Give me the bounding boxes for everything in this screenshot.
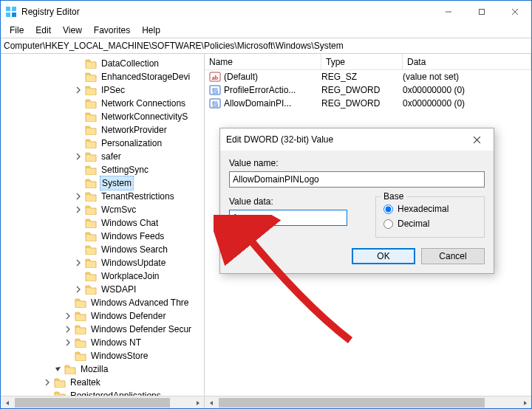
dialog-close-button[interactable] [466, 128, 488, 151]
tree-item-label: IPSec [100, 83, 126, 97]
list-row[interactable]: (Default)REG_SZ(value not set) [205, 70, 531, 83]
address-bar[interactable]: Computer\HKEY_LOCAL_MACHINE\SOFTWARE\Pol… [1, 38, 531, 54]
tree-item[interactable]: safer [1, 150, 204, 163]
tree-item[interactable]: System [1, 176, 204, 190]
menu-file[interactable]: File [4, 24, 30, 37]
chevron-right-icon[interactable] [73, 258, 83, 268]
tree-item-label: Windows Chat [100, 216, 160, 230]
folder-icon [85, 218, 97, 228]
tree-item[interactable]: Network Connections [1, 97, 204, 110]
tree-item[interactable]: Mozilla [1, 362, 204, 376]
chevron-right-icon[interactable] [73, 205, 83, 215]
chevron-right-icon[interactable] [73, 151, 83, 162]
tree-hscroll-left[interactable] [1, 396, 13, 409]
menu-edit[interactable]: Edit [30, 24, 57, 37]
folder-icon [85, 138, 97, 148]
app-icon [5, 6, 17, 18]
tree-item-label: WSDAPI [100, 283, 137, 296]
list-hscroll-left[interactable] [205, 396, 217, 409]
list-cell-type: REG_SZ [321, 72, 403, 82]
folder-icon [64, 364, 76, 374]
tree-item[interactable]: DataCollection [1, 57, 204, 70]
list-cell-type: REG_DWORD [321, 98, 403, 109]
close-button[interactable] [498, 1, 531, 23]
tree-item[interactable]: Windows Chat [1, 216, 204, 230]
tree-item-label: Personalization [100, 137, 163, 150]
tree-item[interactable]: Windows Search [1, 243, 204, 256]
tree-item-label: Network Connections [100, 97, 187, 110]
tree-item-label: Windows Feeds [100, 230, 166, 243]
value-name-label: Value name: [229, 158, 485, 168]
list-hscroll-thumb[interactable] [219, 398, 485, 408]
list-cell-name: AllowDomainPI... [224, 98, 291, 109]
tree-item[interactable]: Windows NT [1, 336, 204, 349]
tree-item[interactable]: Personalization [1, 137, 204, 150]
tree-item[interactable]: WorkplaceJoin [1, 269, 204, 283]
folder-icon [85, 165, 97, 175]
chevron-right-icon[interactable] [73, 191, 83, 202]
tree-item[interactable]: NetworkConnectivityS [1, 110, 204, 123]
menu-help[interactable]: Help [136, 24, 166, 37]
tree-item[interactable]: Windows Defender Secur [1, 323, 204, 336]
tree-item[interactable]: Windows Advanced Thre [1, 296, 204, 309]
column-header-name[interactable]: Name [205, 54, 321, 69]
radio-decimal[interactable]: Decimal [383, 216, 477, 231]
list-cell-name: ProfileErrorActio... [224, 85, 296, 95]
ok-button[interactable]: OK [352, 248, 415, 264]
tree-item[interactable]: WSDAPI [1, 283, 204, 296]
radio-hexadecimal-input[interactable] [383, 205, 393, 214]
tree-hscroll-right[interactable] [191, 396, 204, 409]
tree-item-label: WindowsStore [89, 349, 149, 362]
list-row[interactable]: ProfileErrorActio...REG_DWORD0x00000000 … [205, 83, 531, 97]
list-cell-data: 0x00000000 (0) [403, 85, 531, 95]
tree-item[interactable]: WindowsStore [1, 349, 204, 362]
cancel-button[interactable]: Cancel [421, 248, 485, 264]
column-header-type[interactable]: Type [321, 54, 403, 69]
menu-view[interactable]: View [57, 24, 88, 37]
horizontal-scrollbars [1, 396, 531, 408]
tree-item[interactable]: EnhancedStorageDevi [1, 70, 204, 83]
minimize-button[interactable] [432, 1, 465, 23]
tree-item[interactable]: TenantRestrictions [1, 190, 204, 203]
chevron-right-icon[interactable] [63, 311, 73, 321]
tree-hscroll-track[interactable] [13, 396, 191, 408]
chevron-right-icon[interactable] [63, 324, 73, 334]
tree-pane[interactable]: DataCollectionEnhancedStorageDeviIPSecNe… [1, 54, 205, 396]
list-cell-name: (Default) [224, 72, 258, 82]
tree-item-label: NetworkConnectivityS [100, 110, 189, 123]
chevron-right-icon[interactable] [73, 85, 83, 95]
folder-icon [85, 244, 97, 255]
folder-icon [85, 178, 97, 188]
tree-item[interactable]: WcmSvc [1, 203, 204, 216]
tree-item[interactable]: SettingSync [1, 163, 204, 176]
tree-item[interactable]: Windows Feeds [1, 230, 204, 243]
maximize-button[interactable] [465, 1, 498, 23]
menu-favorites[interactable]: Favorites [88, 24, 136, 37]
tree-item-label: EnhancedStorageDevi [100, 70, 191, 83]
folder-icon [75, 351, 86, 361]
radio-decimal-label: Decimal [398, 219, 429, 229]
tree-item[interactable]: RegisteredApplications [1, 389, 204, 396]
column-header-data[interactable]: Data [403, 54, 531, 69]
tree-item[interactable]: Windows Defender [1, 309, 204, 323]
list-hscroll-right[interactable] [519, 396, 531, 409]
chevron-down-icon[interactable] [52, 364, 63, 374]
radio-decimal-input[interactable] [383, 219, 393, 229]
value-data-input[interactable] [229, 210, 347, 226]
tree-item[interactable]: IPSec [1, 83, 204, 97]
folder-icon [75, 298, 86, 308]
chevron-right-icon[interactable] [63, 337, 73, 348]
value-name-input[interactable] [229, 171, 485, 188]
list-row[interactable]: AllowDomainPI...REG_DWORD0x00000000 (0) [205, 97, 531, 110]
tree-item[interactable]: NetworkProvider [1, 123, 204, 137]
reg-dword-icon [209, 84, 221, 96]
radio-hexadecimal[interactable]: Hexadecimal [383, 202, 477, 216]
tree-item-label: safer [100, 150, 123, 163]
chevron-right-icon[interactable] [42, 377, 52, 388]
tree-item[interactable]: Realtek [1, 376, 204, 389]
tree-item[interactable]: WindowsUpdate [1, 256, 204, 269]
tree-item-label: DataCollection [100, 57, 160, 70]
tree-hscroll-thumb[interactable] [15, 398, 170, 408]
list-hscroll-track[interactable] [217, 396, 519, 408]
chevron-right-icon[interactable] [73, 284, 83, 295]
